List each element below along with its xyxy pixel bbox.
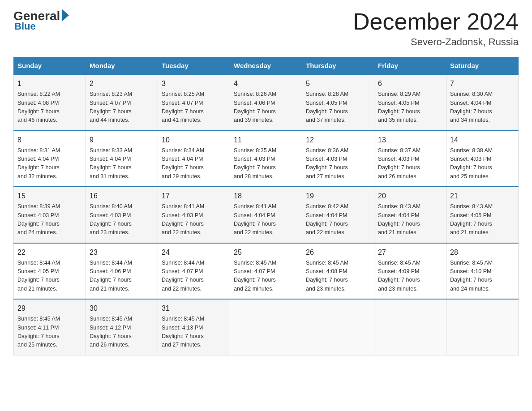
- day-info: Sunrise: 8:45 AMSunset: 4:12 PMDaylight:…: [90, 315, 154, 350]
- calendar-table: SundayMondayTuesdayWednesdayThursdayFrid…: [13, 57, 519, 355]
- logo-arrow-icon: [62, 9, 69, 21]
- location-text: Severo-Zadonsk, Russia: [353, 36, 519, 48]
- logo: General Blue: [13, 9, 71, 32]
- calendar-cell: 22Sunrise: 8:44 AMSunset: 4:05 PMDayligh…: [14, 243, 86, 300]
- day-number: 23: [90, 247, 154, 258]
- day-info: Sunrise: 8:23 AMSunset: 4:07 PMDaylight:…: [90, 90, 154, 125]
- calendar-cell: 11Sunrise: 8:35 AMSunset: 4:03 PMDayligh…: [230, 131, 302, 187]
- day-number: 24: [162, 247, 226, 258]
- day-number: 9: [90, 135, 154, 146]
- day-info: Sunrise: 8:31 AMSunset: 4:04 PMDaylight:…: [17, 146, 82, 181]
- week-row-3: 15Sunrise: 8:39 AMSunset: 4:03 PMDayligh…: [14, 187, 519, 243]
- day-info: Sunrise: 8:25 AMSunset: 4:07 PMDaylight:…: [162, 90, 226, 125]
- day-info: Sunrise: 8:44 AMSunset: 4:05 PMDaylight:…: [17, 259, 82, 294]
- calendar-cell: 23Sunrise: 8:44 AMSunset: 4:06 PMDayligh…: [86, 243, 158, 300]
- day-number: 28: [450, 247, 515, 258]
- calendar-cell: [446, 299, 519, 355]
- day-number: 21: [450, 191, 515, 201]
- day-info: Sunrise: 8:43 AMSunset: 4:04 PMDaylight:…: [378, 202, 442, 237]
- calendar-cell: [374, 299, 446, 355]
- day-info: Sunrise: 8:45 AMSunset: 4:07 PMDaylight:…: [234, 259, 298, 294]
- calendar-cell: 30Sunrise: 8:45 AMSunset: 4:12 PMDayligh…: [86, 299, 158, 355]
- day-number: 13: [378, 135, 442, 146]
- calendar-cell: 13Sunrise: 8:37 AMSunset: 4:03 PMDayligh…: [374, 131, 446, 187]
- calendar-cell: 5Sunrise: 8:28 AMSunset: 4:05 PMDaylight…: [302, 74, 374, 131]
- day-number: 26: [306, 247, 370, 258]
- calendar-cell: 27Sunrise: 8:45 AMSunset: 4:09 PMDayligh…: [374, 243, 446, 300]
- day-info: Sunrise: 8:36 AMSunset: 4:03 PMDaylight:…: [306, 146, 370, 181]
- calendar-cell: 8Sunrise: 8:31 AMSunset: 4:04 PMDaylight…: [14, 131, 86, 187]
- day-number: 6: [378, 78, 442, 89]
- day-info: Sunrise: 8:42 AMSunset: 4:04 PMDaylight:…: [306, 202, 370, 237]
- calendar-cell: 7Sunrise: 8:30 AMSunset: 4:04 PMDaylight…: [446, 74, 519, 131]
- day-number: 20: [378, 191, 442, 201]
- calendar-cell: 29Sunrise: 8:45 AMSunset: 4:11 PMDayligh…: [14, 299, 86, 355]
- day-info: Sunrise: 8:30 AMSunset: 4:04 PMDaylight:…: [450, 90, 515, 125]
- col-header-thursday: Thursday: [302, 57, 374, 75]
- week-row-5: 29Sunrise: 8:45 AMSunset: 4:11 PMDayligh…: [14, 299, 519, 355]
- day-number: 14: [450, 135, 515, 146]
- day-info: Sunrise: 8:43 AMSunset: 4:05 PMDaylight:…: [450, 202, 515, 237]
- calendar-cell: 10Sunrise: 8:34 AMSunset: 4:04 PMDayligh…: [158, 131, 230, 187]
- day-number: 1: [17, 78, 82, 89]
- calendar-cell: 18Sunrise: 8:41 AMSunset: 4:04 PMDayligh…: [230, 187, 302, 243]
- day-info: Sunrise: 8:45 AMSunset: 4:09 PMDaylight:…: [378, 259, 442, 294]
- col-header-friday: Friday: [374, 57, 446, 75]
- calendar-cell: 19Sunrise: 8:42 AMSunset: 4:04 PMDayligh…: [302, 187, 374, 243]
- day-info: Sunrise: 8:39 AMSunset: 4:03 PMDaylight:…: [17, 202, 82, 237]
- day-info: Sunrise: 8:41 AMSunset: 4:04 PMDaylight:…: [234, 202, 298, 237]
- calendar-cell: 2Sunrise: 8:23 AMSunset: 4:07 PMDaylight…: [86, 74, 158, 131]
- day-info: Sunrise: 8:45 AMSunset: 4:10 PMDaylight:…: [450, 259, 515, 294]
- calendar-cell: 16Sunrise: 8:40 AMSunset: 4:03 PMDayligh…: [86, 187, 158, 243]
- title-block: December 2024 Severo-Zadonsk, Russia: [353, 9, 519, 48]
- calendar-cell: 17Sunrise: 8:41 AMSunset: 4:03 PMDayligh…: [158, 187, 230, 243]
- day-info: Sunrise: 8:44 AMSunset: 4:07 PMDaylight:…: [162, 259, 226, 294]
- day-number: 29: [17, 303, 82, 314]
- day-info: Sunrise: 8:29 AMSunset: 4:05 PMDaylight:…: [378, 90, 442, 125]
- calendar-cell: 15Sunrise: 8:39 AMSunset: 4:03 PMDayligh…: [14, 187, 86, 243]
- day-number: 16: [90, 191, 154, 201]
- day-number: 27: [378, 247, 442, 258]
- day-number: 18: [234, 191, 298, 201]
- col-header-tuesday: Tuesday: [158, 57, 230, 75]
- calendar-cell: 28Sunrise: 8:45 AMSunset: 4:10 PMDayligh…: [446, 243, 519, 300]
- day-info: Sunrise: 8:45 AMSunset: 4:08 PMDaylight:…: [306, 259, 370, 294]
- calendar-cell: 4Sunrise: 8:26 AMSunset: 4:06 PMDaylight…: [230, 74, 302, 131]
- calendar-cell: 3Sunrise: 8:25 AMSunset: 4:07 PMDaylight…: [158, 74, 230, 131]
- col-header-saturday: Saturday: [446, 57, 519, 75]
- logo-bottom-text: Blue: [14, 21, 36, 32]
- calendar-cell: [230, 299, 302, 355]
- day-number: 8: [17, 135, 82, 146]
- day-number: 25: [234, 247, 298, 258]
- day-info: Sunrise: 8:40 AMSunset: 4:03 PMDaylight:…: [90, 202, 154, 237]
- day-info: Sunrise: 8:38 AMSunset: 4:03 PMDaylight:…: [450, 146, 515, 181]
- day-info: Sunrise: 8:35 AMSunset: 4:03 PMDaylight:…: [234, 146, 298, 181]
- day-info: Sunrise: 8:28 AMSunset: 4:05 PMDaylight:…: [306, 90, 370, 125]
- day-number: 7: [450, 78, 515, 89]
- col-header-wednesday: Wednesday: [230, 57, 302, 75]
- day-info: Sunrise: 8:34 AMSunset: 4:04 PMDaylight:…: [162, 146, 226, 181]
- calendar-cell: 20Sunrise: 8:43 AMSunset: 4:04 PMDayligh…: [374, 187, 446, 243]
- day-number: 10: [162, 135, 226, 146]
- week-row-2: 8Sunrise: 8:31 AMSunset: 4:04 PMDaylight…: [14, 131, 519, 187]
- day-info: Sunrise: 8:33 AMSunset: 4:04 PMDaylight:…: [90, 146, 154, 181]
- day-number: 17: [162, 191, 226, 201]
- day-number: 15: [17, 191, 82, 201]
- day-number: 12: [306, 135, 370, 146]
- day-info: Sunrise: 8:37 AMSunset: 4:03 PMDaylight:…: [378, 146, 442, 181]
- day-number: 2: [90, 78, 154, 89]
- day-info: Sunrise: 8:41 AMSunset: 4:03 PMDaylight:…: [162, 202, 226, 237]
- calendar-cell: 14Sunrise: 8:38 AMSunset: 4:03 PMDayligh…: [446, 131, 519, 187]
- calendar-cell: 9Sunrise: 8:33 AMSunset: 4:04 PMDaylight…: [86, 131, 158, 187]
- page-header: General Blue December 2024 Severo-Zadons…: [13, 9, 519, 48]
- day-info: Sunrise: 8:44 AMSunset: 4:06 PMDaylight:…: [90, 259, 154, 294]
- day-number: 30: [90, 303, 154, 314]
- day-info: Sunrise: 8:22 AMSunset: 4:08 PMDaylight:…: [17, 90, 82, 125]
- day-number: 31: [162, 303, 226, 314]
- calendar-cell: 26Sunrise: 8:45 AMSunset: 4:08 PMDayligh…: [302, 243, 374, 300]
- day-number: 19: [306, 191, 370, 201]
- day-number: 22: [17, 247, 82, 258]
- col-header-sunday: Sunday: [14, 57, 86, 75]
- calendar-header-row: SundayMondayTuesdayWednesdayThursdayFrid…: [14, 57, 519, 75]
- calendar-cell: 24Sunrise: 8:44 AMSunset: 4:07 PMDayligh…: [158, 243, 230, 300]
